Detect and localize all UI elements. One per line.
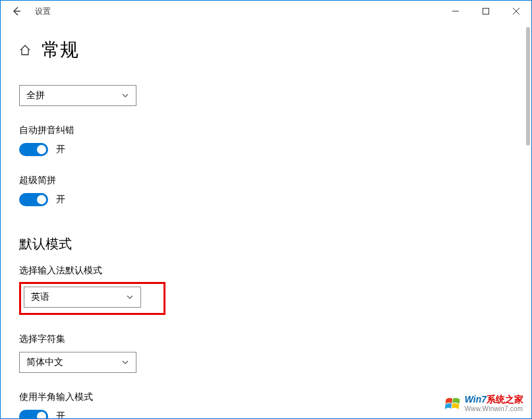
- window-title: 设置: [35, 6, 51, 17]
- charset-value: 简体中文: [26, 356, 63, 368]
- super-jianpin-state: 开: [56, 194, 65, 206]
- chevron-down-icon: [121, 92, 129, 99]
- watermark: Win7系统之家 Www.Winwin7.com: [441, 393, 526, 414]
- back-button[interactable]: [6, 1, 27, 22]
- maximize-button[interactable]: [471, 1, 501, 22]
- minimize-icon: [452, 8, 459, 14]
- maximize-icon: [483, 8, 489, 14]
- page-title: 常规: [42, 38, 78, 63]
- home-icon[interactable]: [19, 44, 31, 56]
- auto-correct-state: 开: [56, 144, 65, 155]
- watermark-url: Www.Winwin7.com: [465, 405, 523, 413]
- arrow-left-icon: [11, 6, 22, 16]
- input-mode-label: 选择输入法默认模式: [19, 265, 513, 277]
- super-jianpin-toggle[interactable]: [19, 193, 48, 206]
- minimize-button[interactable]: [440, 1, 471, 22]
- titlebar: 设置: [1, 1, 531, 22]
- pinyin-setting-label-truncated: 选择拼音设置: [19, 72, 513, 78]
- page-header: 常规: [1, 22, 531, 70]
- pinyin-type-value: 全拼: [26, 90, 45, 101]
- input-mode-value: 英语: [31, 291, 49, 303]
- halfwidth-label: 使用半角输入模式: [19, 391, 513, 403]
- input-mode-dropdown[interactable]: 英语: [24, 287, 141, 308]
- scrollbar-thumb[interactable]: [526, 27, 530, 146]
- super-jianpin-label: 超级简拼: [19, 175, 513, 186]
- charset-label: 选择字符集: [19, 333, 513, 345]
- window-controls: [440, 1, 531, 22]
- default-mode-section-title: 默认模式: [19, 235, 513, 253]
- pinyin-type-dropdown[interactable]: 全拼: [19, 85, 136, 106]
- close-icon: [513, 8, 519, 14]
- halfwidth-state: 开: [56, 410, 65, 419]
- highlight-annotation: 英语: [19, 282, 165, 315]
- auto-correct-toggle[interactable]: [19, 143, 48, 156]
- auto-correct-label: 自动拼音纠错: [19, 125, 513, 136]
- close-button[interactable]: [501, 1, 531, 22]
- chevron-down-icon: [121, 358, 129, 366]
- charset-dropdown[interactable]: 简体中文: [19, 352, 136, 373]
- svg-rect-2: [483, 9, 489, 14]
- halfwidth-toggle[interactable]: [19, 410, 48, 419]
- watermark-brand: Win7系统之家: [465, 394, 523, 405]
- content-area: 选择拼音设置 全拼 自动拼音纠错 开 超级简拼 开 默认模式 选择输入法默认模式…: [1, 70, 531, 419]
- windows-logo-icon: [444, 395, 462, 413]
- chevron-down-icon: [126, 293, 134, 301]
